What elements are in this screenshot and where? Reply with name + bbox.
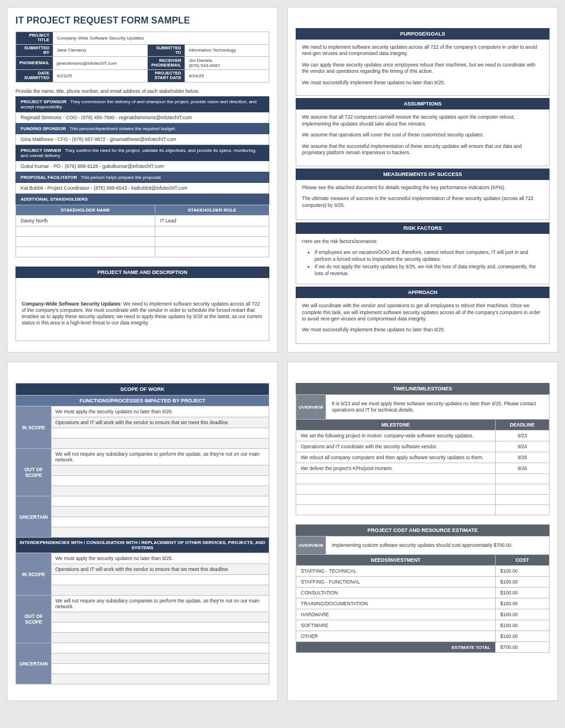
scope-unc-2[interactable] <box>52 517 269 527</box>
cost-n-3[interactable]: TRAINING/DOCUMENTATION <box>296 598 496 609</box>
measurements-p0: Please see the attached document for det… <box>302 185 543 191</box>
scope-in-2[interactable] <box>52 428 269 439</box>
scope-header: SCOPE OF WORK <box>16 383 269 396</box>
tl-d-0[interactable]: 9/23 <box>496 430 550 441</box>
risk-header: RISK FACTORS <box>296 222 550 234</box>
tl-d-4[interactable] <box>496 474 550 484</box>
value-date-submitted[interactable]: 9/23/25 <box>53 70 148 83</box>
tl-d-1[interactable]: 9/24 <box>496 441 550 452</box>
value-phone-email[interactable]: janeclemens@infotechIT.com <box>53 57 148 70</box>
scope-out-2[interactable] <box>52 476 269 486</box>
assumptions-box[interactable]: We assume that all 722 computers can/wil… <box>296 109 550 166</box>
cost-n-2[interactable]: CONSULTATION <box>296 588 496 598</box>
inter-unc-1[interactable] <box>52 653 269 664</box>
risk-box[interactable]: Here are the risk factors/scenarios: If … <box>296 234 550 284</box>
cost-c-1[interactable]: $100.00 <box>496 577 550 588</box>
scope-unc-1[interactable] <box>52 507 269 517</box>
timeline-header: TIMELINE/MILESTONES <box>296 383 550 394</box>
bar-funding-sponsor: FUNDING SPONSOR This person/department o… <box>15 123 269 134</box>
addl-name-0[interactable]: Davey North <box>16 215 155 226</box>
cost-c-3[interactable]: $100.00 <box>496 598 550 609</box>
cost-c-0[interactable]: $100.00 <box>496 566 550 577</box>
col-deadline: DEADLINE <box>496 420 550 430</box>
tl-d-2[interactable]: 9/25 <box>496 452 550 463</box>
inter-unc-3[interactable] <box>52 674 269 684</box>
scope-out-label: OUT OF SCOPE <box>16 449 52 496</box>
inter-out-2[interactable] <box>52 623 269 633</box>
inter-in-3[interactable] <box>52 585 269 596</box>
cost-overview[interactable]: Implementing custom software security up… <box>325 537 549 555</box>
tl-d-6[interactable] <box>496 495 550 505</box>
purpose-box[interactable]: We need to implement software security u… <box>296 40 550 96</box>
timeline-overview[interactable]: It is 9/23 and we must apply these softw… <box>325 395 549 420</box>
addl-role-3[interactable] <box>155 246 269 257</box>
page-4: TIMELINE/MILESTONES OVERVIEW It is 9/23 … <box>287 362 558 701</box>
title-funding-sponsor: FUNDING SPONSOR <box>21 126 66 131</box>
label-phone-email: PHONE/EMAIL <box>16 57 53 70</box>
additional-stakeholders-header: ADDITIONAL STAKEHOLDERS <box>15 194 269 205</box>
scope-in-3[interactable] <box>52 439 269 449</box>
scope-out-3[interactable] <box>52 486 269 496</box>
addl-role-0[interactable]: IT Lead <box>155 215 269 226</box>
addl-name-1[interactable] <box>16 226 155 236</box>
value-submitted-to[interactable]: Information Technology <box>185 44 269 57</box>
tl-m-0[interactable]: We set the following project in motion: … <box>296 430 496 441</box>
scope-out-1[interactable] <box>52 465 269 476</box>
scope-in-0[interactable]: We must apply the security updates no la… <box>52 406 269 417</box>
tl-m-7[interactable] <box>296 505 496 515</box>
inter-unc-0[interactable] <box>52 643 269 653</box>
inter-out-0[interactable]: We will not require any subsidiary compa… <box>52 596 269 612</box>
value-project-sponsor[interactable]: Reginald Simmons - COO - (876) 456-7890 … <box>15 112 269 123</box>
col-cost: COST <box>496 555 550 566</box>
cost-c-4[interactable]: $100.00 <box>496 609 550 620</box>
cost-c-2[interactable]: $100.00 <box>496 588 550 598</box>
tl-m-2[interactable]: We reboot all company computers and then… <box>296 452 496 463</box>
value-proposal-facilitator[interactable]: Kat Bobbit - Project Coordinator - (876)… <box>15 183 269 194</box>
cost-n-6[interactable]: OTHER <box>296 631 496 642</box>
measurements-box[interactable]: Please see the attached document for det… <box>296 180 550 220</box>
inter-in-0[interactable]: We must apply the security updates no la… <box>52 553 269 564</box>
scope-unc-0[interactable] <box>52 496 269 507</box>
inter-unc-2[interactable] <box>52 664 269 674</box>
addl-role-2[interactable] <box>155 236 269 246</box>
cost-n-0[interactable]: STAFFING - TECHNICAL <box>296 566 496 577</box>
tl-d-7[interactable] <box>496 505 550 515</box>
title-project-sponsor: PROJECT SPONSOR <box>21 99 66 104</box>
value-project-title[interactable]: Company-Wide Software Security Updates <box>53 32 269 45</box>
addl-role-1[interactable] <box>155 226 269 236</box>
scope-in-1[interactable]: Operations and IT will work with the ven… <box>52 417 269 428</box>
risk-intro: Here are the risk factors/scenarios: <box>302 238 543 245</box>
tl-d-3[interactable]: 9/26 <box>496 463 550 474</box>
inter-out-1[interactable] <box>52 612 269 623</box>
addl-name-3[interactable] <box>16 246 155 257</box>
scope-unc-label: UNCERTAIN <box>16 496 52 538</box>
cost-c-6[interactable]: $100.00 <box>496 631 550 642</box>
tl-m-4[interactable] <box>296 474 496 484</box>
measurements-p1: The ultimate measure of success is the s… <box>302 195 543 209</box>
value-submitted-by[interactable]: Jane Clemens <box>53 44 148 57</box>
cost-c-5[interactable]: $100.00 <box>496 620 550 631</box>
page-1: IT PROJECT REQUEST FORM SAMPLE PROJECT T… <box>7 7 278 353</box>
approach-box[interactable]: We will coordinate with the vendor and o… <box>296 298 550 344</box>
value-projected-start[interactable]: 9/24/25 <box>185 70 269 83</box>
tl-d-5[interactable] <box>496 484 550 495</box>
project-description-body[interactable]: Company-Wide Software Security Updates: … <box>15 278 269 341</box>
tl-m-6[interactable] <box>296 495 496 505</box>
assumptions-header: ASSUMPTIONS <box>296 98 550 109</box>
tl-m-5[interactable] <box>296 484 496 495</box>
scope-subheader: FUNCTIONS/PROCESSES IMPACTED BY PROJECT <box>16 396 269 406</box>
cost-n-4[interactable]: HARDWARE <box>296 609 496 620</box>
addl-name-2[interactable] <box>16 236 155 246</box>
cost-n-1[interactable]: STAFFING - FUNCTIONAL <box>296 577 496 588</box>
value-funding-sponsor[interactable]: Gina Matthews - CFO - (876) 657-9872 - g… <box>15 134 269 145</box>
tl-m-3[interactable]: We deliver the project's KPIs/post-morte… <box>296 463 496 474</box>
scope-unc-3[interactable] <box>52 527 269 538</box>
value-project-owner[interactable]: Gokul Kumar - PO - (876) 888-9128 - goku… <box>15 161 269 172</box>
inter-in-1[interactable]: Operations and IT will work with the ven… <box>52 564 269 575</box>
inter-in-2[interactable] <box>52 575 269 585</box>
tl-m-1[interactable]: Operations and IT coordinate with the se… <box>296 441 496 452</box>
cost-n-5[interactable]: SOFTWARE <box>296 620 496 631</box>
scope-out-0[interactable]: We will not require any subsidiary compa… <box>52 449 269 465</box>
inter-out-3[interactable] <box>52 633 269 643</box>
value-receiver[interactable]: Jim Daniels (876) 543-0987 <box>185 57 269 70</box>
